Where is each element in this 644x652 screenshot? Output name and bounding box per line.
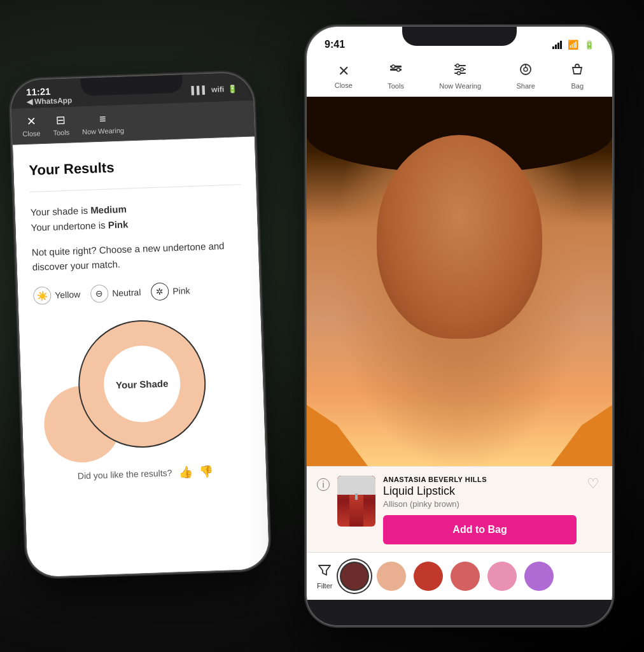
thumbs-down-btn[interactable]: 👎 xyxy=(199,464,213,479)
front-bag-icon xyxy=(570,62,584,80)
front-share-label: Share xyxy=(517,82,535,90)
shade-circle-inner: Your Shade xyxy=(102,344,181,423)
back-nav-close[interactable]: ✕ Close xyxy=(22,114,40,138)
camera-area xyxy=(307,97,612,466)
results-shade-text: Your shade is Medium Your undertone is P… xyxy=(30,197,242,236)
signal-bars-icon xyxy=(552,41,562,49)
swatches-bar: Filter xyxy=(307,552,612,600)
back-phone-notch xyxy=(80,74,183,96)
product-shade: Allison (pinky brown) xyxy=(383,499,577,509)
swatch-0[interactable] xyxy=(340,562,369,591)
product-brand: ANASTASIA BEVERLY HILLS xyxy=(383,476,577,483)
front-now-wearing-label: Now Wearing xyxy=(439,82,481,90)
front-nav-bag[interactable]: Bag xyxy=(570,62,584,90)
product-image xyxy=(337,476,375,527)
front-nav-tools[interactable]: Tools xyxy=(388,62,404,90)
back-content-area: Your Results Your shade is Medium Your u… xyxy=(13,137,269,578)
front-close-label: Close xyxy=(335,82,353,89)
back-close-label: Close xyxy=(22,129,41,138)
swatch-4[interactable] xyxy=(487,562,517,591)
swatch-2[interactable] xyxy=(414,562,443,591)
svg-point-2 xyxy=(392,65,395,68)
back-nav-now-wearing[interactable]: ≡ Now Wearing xyxy=(81,111,124,135)
front-nav-share[interactable]: Share xyxy=(517,62,535,90)
front-bag-label: Bag xyxy=(571,82,584,90)
close-icon: ✕ xyxy=(26,115,36,129)
favorite-button[interactable]: ♡ xyxy=(584,476,602,492)
front-nav-bar: ✕ Close Tools xyxy=(307,57,612,97)
filter-button[interactable]: Filter xyxy=(317,563,332,590)
front-nav-now-wearing[interactable]: Now Wearing xyxy=(439,62,481,90)
yellow-label: Yellow xyxy=(55,289,81,300)
front-tools-label: Tools xyxy=(388,82,404,90)
front-nav-close[interactable]: ✕ Close xyxy=(335,63,353,89)
product-info: ANASTASIA BEVERLY HILLS Liquid Lipstick … xyxy=(383,476,577,544)
svg-point-8 xyxy=(461,68,464,71)
now-wearing-icon: ≡ xyxy=(99,112,106,125)
front-status-icons: 📶 🔋 xyxy=(552,39,594,50)
svg-point-11 xyxy=(524,67,528,71)
swatch-1[interactable] xyxy=(377,562,406,591)
phone-front: 9:41 📶 🔋 ✕ Close xyxy=(307,27,612,625)
undertone-neutral[interactable]: ⊖ Neutral xyxy=(90,283,141,303)
results-choose-text: Not quite right? Choose a new undertone … xyxy=(32,238,244,274)
thumbs-up-btn[interactable]: 👍 xyxy=(178,465,193,479)
info-button[interactable]: i xyxy=(317,478,330,491)
filter-icon xyxy=(318,563,332,580)
did-you-like: Did you like the results? 👍 👎 xyxy=(39,463,251,485)
product-panel: i ANASTASIA BEVERLY HILLS Liquid Lipstic… xyxy=(307,466,612,552)
back-status-app: ◀ WhatsApp xyxy=(26,96,72,106)
add-to-bag-button[interactable]: Add to Bag xyxy=(383,515,577,544)
swatch-5[interactable] xyxy=(524,562,554,591)
front-status-time: 9:41 xyxy=(325,39,345,50)
results-panel: Your Results Your shade is Medium Your u… xyxy=(13,137,269,578)
front-share-icon xyxy=(519,62,533,80)
product-name: Liquid Lipstick xyxy=(383,485,577,498)
results-title: Your Results xyxy=(29,155,241,179)
svg-point-9 xyxy=(458,72,461,75)
front-tools-icon xyxy=(389,62,403,80)
swatch-3[interactable] xyxy=(451,562,480,591)
yellow-icon: ☀️ xyxy=(33,287,52,305)
wifi-icon: 📶 xyxy=(568,39,578,50)
tools-icon: ⊟ xyxy=(56,113,66,128)
svg-point-7 xyxy=(456,64,459,67)
neutral-label: Neutral xyxy=(112,287,141,299)
pink-icon: ✲ xyxy=(151,282,169,301)
undertone-yellow[interactable]: ☀️ Yellow xyxy=(33,285,81,305)
battery-icon: 🔋 xyxy=(584,40,594,50)
shade-circle-container: Your Shade xyxy=(34,316,250,451)
pink-label: Pink xyxy=(172,285,190,296)
results-divider xyxy=(30,184,241,192)
face-shape xyxy=(377,135,542,339)
phone-back: 11:21 ◀ WhatsApp ▌▌▌ wifi 🔋 ✕ Close ⊟ To… xyxy=(11,73,270,578)
front-phone-notch xyxy=(402,27,517,46)
undertone-row: ☀️ Yellow ⊖ Neutral ✲ Pink xyxy=(33,280,245,305)
back-nav-tools[interactable]: ⊟ Tools xyxy=(52,113,69,137)
neutral-icon: ⊖ xyxy=(90,285,109,303)
back-now-wearing-label: Now Wearing xyxy=(82,126,124,135)
front-now-wearing-icon xyxy=(453,62,467,80)
svg-point-3 xyxy=(397,68,400,71)
undertone-pink[interactable]: ✲ Pink xyxy=(151,281,190,301)
filter-label: Filter xyxy=(317,582,332,590)
svg-marker-13 xyxy=(319,565,330,575)
front-close-icon: ✕ xyxy=(338,63,349,80)
shade-circle-label: Your Shade xyxy=(116,378,169,390)
back-tools-label: Tools xyxy=(53,129,69,137)
